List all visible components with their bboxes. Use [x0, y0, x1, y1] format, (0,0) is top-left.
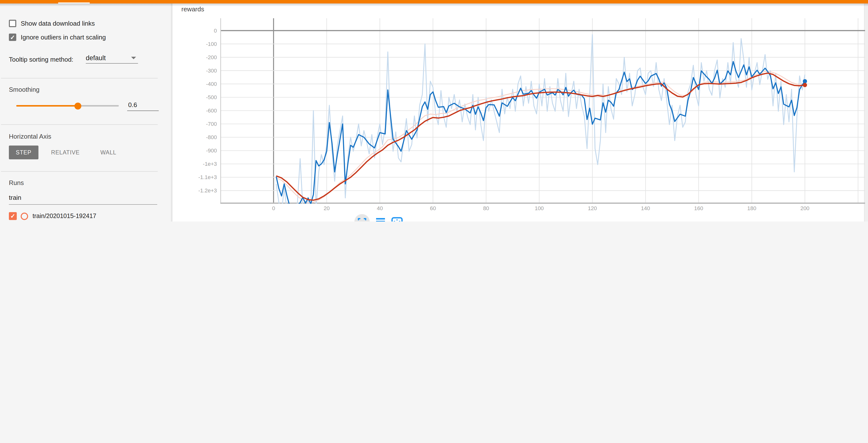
y-tick-label: -1.2e+3 [189, 188, 217, 194]
y-tick-label: -300 [189, 67, 217, 73]
ignore-outliers-checkbox[interactable] [9, 34, 16, 41]
y-tick-label: -1.1e+3 [189, 174, 217, 180]
divider [1, 124, 158, 125]
x-tick-label: 60 [430, 205, 436, 211]
show-download-links-checkbox[interactable] [9, 20, 16, 27]
tooltip-sorting-row: Tooltip sorting method: default [9, 55, 163, 64]
active-tab-indicator [58, 2, 90, 3]
x-tick-label: 20 [323, 205, 330, 211]
y-tick-label: -600 [189, 108, 217, 114]
settings-sidebar: Show data download links Ignore outliers… [0, 3, 172, 222]
y-tick-label: -400 [189, 81, 217, 87]
runs-filter-input[interactable]: train [9, 194, 157, 205]
horizontal-axis-button-group: STEP RELATIVE WALL [9, 146, 122, 159]
end-dot[interactable] [803, 79, 807, 83]
y-tick-label: -500 [189, 94, 217, 100]
smoothing-slider-fill [16, 105, 78, 107]
runs-heading: Runs [9, 179, 24, 186]
series-rewards_raw_unsmoothed [276, 34, 805, 204]
divider [1, 78, 158, 79]
tensorboard-scalars-page: Show data download links Ignore outliers… [0, 0, 868, 222]
y-tick-label: -800 [189, 134, 217, 140]
smoothing-slider-thumb[interactable] [74, 102, 81, 109]
top-toolbar [0, 0, 868, 3]
tooltip-sorting-dropdown[interactable]: default [86, 53, 138, 64]
axis-relative-button[interactable]: RELATIVE [45, 146, 86, 159]
menu-lines-icon[interactable] [376, 217, 385, 222]
x-tick-label: 200 [801, 205, 810, 211]
fit-domain-icon[interactable] [391, 217, 403, 222]
ignore-outliers-label: Ignore outliers in chart scaling [21, 34, 106, 41]
ignore-outliers-row[interactable]: Ignore outliers in chart scaling [9, 34, 106, 41]
x-tick-label: 160 [694, 205, 703, 211]
chart-toolbar [354, 214, 403, 222]
show-download-links-row[interactable]: Show data download links [9, 20, 95, 27]
y-tick-label: 0 [189, 28, 217, 34]
tooltip-sorting-label: Tooltip sorting method: [9, 56, 73, 63]
divider [1, 171, 158, 172]
axis-step-button[interactable]: STEP [9, 146, 38, 159]
x-tick-label: 40 [377, 205, 383, 211]
horizontal-axis-heading: Horizontal Axis [9, 133, 51, 140]
show-download-links-label: Show data download links [21, 20, 95, 27]
run-checkbox[interactable] [9, 212, 17, 220]
y-tick-label: -1e+3 [189, 161, 217, 167]
y-tick-label: -900 [189, 148, 217, 154]
axis-wall-button[interactable]: WALL [94, 146, 122, 159]
rewards-card: rewards 0-100-200-300-400-500-600-700-80… [172, 3, 865, 222]
smoothing-heading: Smoothing [9, 86, 39, 93]
smoothing-slider[interactable] [16, 105, 119, 107]
end-dot[interactable] [803, 83, 807, 87]
fullscreen-icon [358, 218, 366, 222]
main-content: rewards 0-100-200-300-400-500-600-700-80… [172, 3, 868, 222]
tooltip-sorting-value: default [86, 54, 106, 62]
fullscreen-button[interactable] [354, 214, 370, 222]
x-tick-label: 180 [747, 205, 756, 211]
run-radio[interactable] [21, 213, 28, 220]
chevron-down-icon [131, 57, 136, 59]
x-tick-label: 0 [272, 205, 275, 211]
y-tick-label: -100 [189, 41, 217, 47]
x-tick-label: 140 [641, 205, 650, 211]
x-tick-label: 100 [535, 205, 544, 211]
run-label: train/20201015-192417 [33, 213, 157, 220]
rewards-chart-title: rewards [181, 5, 204, 13]
y-tick-label: -200 [189, 54, 217, 60]
series-rewards_moving_average_smoothed [276, 73, 805, 200]
y-tick-label: -700 [189, 121, 217, 127]
x-tick-label: 120 [588, 205, 597, 211]
rewards-line-chart[interactable] [220, 18, 865, 204]
run-row[interactable]: train/20201015-192417 [9, 212, 157, 220]
x-tick-label: 80 [483, 205, 489, 211]
smoothing-value-field[interactable]: 0.6 [127, 100, 159, 111]
